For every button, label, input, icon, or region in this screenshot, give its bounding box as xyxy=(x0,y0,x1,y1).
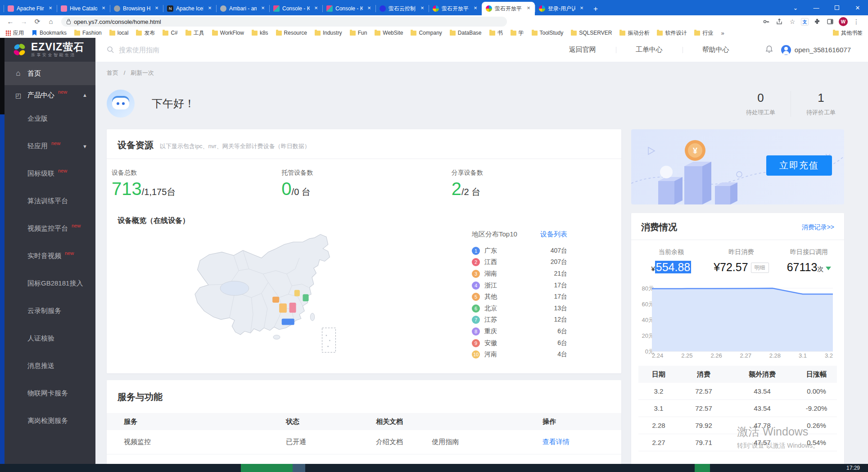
notification-bell-icon[interactable] xyxy=(765,45,773,55)
bookmark-item[interactable]: Resource xyxy=(276,29,307,37)
sidebar-item[interactable]: 离岗检测服务 xyxy=(5,407,95,435)
service-guide-link[interactable]: 使用指南 xyxy=(432,438,459,445)
share-icon[interactable] xyxy=(775,17,784,26)
device-list-link[interactable]: 设备列表 xyxy=(540,230,567,239)
bookmark-item[interactable]: local xyxy=(109,29,129,37)
tab-close-icon[interactable]: × xyxy=(206,5,213,12)
sidebar-item[interactable]: 消息推送 xyxy=(5,352,95,380)
tab-close-icon[interactable]: × xyxy=(312,5,320,12)
browser-tab[interactable]: 登录-用户认证中 × xyxy=(535,2,588,15)
browser-tab[interactable]: 萤石开放平台-开 × xyxy=(429,2,482,15)
sidebar-item[interactable]: 国标GB28181接入 xyxy=(5,270,95,297)
consumption-records-link[interactable]: 消费记录>> xyxy=(802,223,834,231)
bookmark-item[interactable]: SQLSERVER xyxy=(571,29,612,37)
browser-tab[interactable]: Console - Kiba × xyxy=(269,2,322,15)
breadcrumb-current[interactable]: 刷新一次 xyxy=(131,69,154,76)
row-extra: 43.54 xyxy=(728,387,796,395)
bookmark-item[interactable]: WebSite xyxy=(375,29,403,37)
bookmark-item[interactable]: ToolStudy xyxy=(532,29,564,37)
search-input[interactable] xyxy=(119,46,281,54)
sidebar-item[interactable]: 物联网卡服务 xyxy=(5,380,95,407)
forward-icon[interactable]: → xyxy=(18,16,30,27)
back-icon[interactable]: ← xyxy=(5,16,16,27)
bookmark-item[interactable]: DataBase xyxy=(450,29,482,37)
service-detail-link[interactable]: 查看详情 xyxy=(542,438,621,446)
bookmark-item[interactable]: Industry xyxy=(315,29,342,37)
window-minimize-button[interactable]: — xyxy=(806,5,827,11)
bookmark-folder-icon xyxy=(375,31,380,36)
browser-tab[interactable]: Browsing HDFS × xyxy=(110,2,163,15)
side-panel-icon[interactable] xyxy=(826,17,835,26)
header-link[interactable]: 帮助中心 xyxy=(683,45,749,54)
bookmark-item[interactable]: 振动分析 xyxy=(619,29,649,37)
browser-tab[interactable]: Apache Flink W × xyxy=(4,2,57,15)
tab-close-icon[interactable]: × xyxy=(366,5,373,12)
tab-close-icon[interactable]: × xyxy=(100,5,107,12)
window-close-button[interactable]: ✕ xyxy=(847,5,868,11)
bookmark-item[interactable]: 应用 xyxy=(5,29,24,37)
bookmark-item[interactable]: Bookmarks xyxy=(32,29,67,37)
translate-icon[interactable]: 文 xyxy=(801,18,809,26)
sidebar-item[interactable]: 国标级联 new xyxy=(5,160,95,187)
account-chip[interactable]: open_3581616077 xyxy=(781,45,851,55)
extensions-puzzle-icon[interactable] xyxy=(813,17,822,26)
browser-tab[interactable]: Hive Catalog | × xyxy=(57,2,110,15)
bookmark-item[interactable]: Fun xyxy=(350,29,367,37)
bookmark-item[interactable]: 行业 xyxy=(694,29,713,37)
workorder-stat[interactable]: 1 待评价工单 xyxy=(791,91,851,117)
bookmark-item[interactable]: 软件设计 xyxy=(657,29,687,37)
home-icon[interactable]: ⌂ xyxy=(45,16,57,27)
bookmark-item[interactable]: 工具 xyxy=(185,29,204,37)
menu-dots-icon[interactable]: ⋮ xyxy=(852,17,861,26)
url-bar[interactable]: open.ys7.com/console/home.html xyxy=(61,17,507,27)
tab-close-icon[interactable]: × xyxy=(578,5,585,12)
tab-close-icon[interactable]: × xyxy=(472,5,479,12)
bookmark-item[interactable]: C# xyxy=(163,29,177,37)
tab-close-icon[interactable]: × xyxy=(259,5,267,12)
sidebar-item[interactable]: 企业版 xyxy=(5,105,95,132)
browser-tab[interactable]: Console - Kiba × xyxy=(322,2,375,15)
new-tab-button[interactable]: + xyxy=(588,5,603,15)
sidebar-item[interactable]: 实时音视频 new xyxy=(5,242,95,270)
bookmark-item[interactable]: Company xyxy=(411,29,442,37)
bookmark-item[interactable]: Fashion xyxy=(74,29,102,37)
brand-logo[interactable]: EZVIZ萤石 乐享安全智能生活 xyxy=(5,38,95,62)
detail-button[interactable]: 明细 xyxy=(751,263,769,273)
tab-search-chevron-icon[interactable]: ⌄ xyxy=(785,5,806,11)
sidebar-item[interactable]: 首页 xyxy=(5,62,95,85)
reload-icon[interactable]: ⟳ xyxy=(32,16,43,27)
tab-region-top10[interactable]: 地区分布Top10 xyxy=(472,230,517,239)
bookmark-item[interactable]: WorkFlow xyxy=(212,29,244,37)
sidebar-item[interactable]: 产品中心 new ▲ xyxy=(5,85,95,105)
recharge-button[interactable]: 立即充值 xyxy=(766,155,832,176)
bookmark-item[interactable]: 发布 xyxy=(136,29,155,37)
profile-avatar[interactable]: W xyxy=(839,17,848,26)
window-maximize-button[interactable] xyxy=(827,5,847,11)
sidebar-item[interactable]: 轻应用 new ▼ xyxy=(5,132,95,160)
bookmark-star-icon[interactable]: ☆ xyxy=(788,17,797,26)
sidebar-item[interactable]: 云录制服务 xyxy=(5,297,95,325)
bookmark-item[interactable]: k8s xyxy=(252,29,268,37)
sidebar-item[interactable]: 算法训练平台 xyxy=(5,187,95,215)
bookmark-item[interactable]: 书 xyxy=(489,29,503,37)
tab-close-icon[interactable]: × xyxy=(525,5,532,12)
bookmarks-overflow-icon[interactable]: » xyxy=(721,30,724,36)
browser-tab[interactable]: 萤石开放平台-控 × xyxy=(482,2,535,15)
header-link[interactable]: 工单中心 xyxy=(616,45,683,54)
workorder-stat[interactable]: 0 待处理工单 xyxy=(731,91,791,117)
header-link[interactable]: 返回官网 xyxy=(549,45,616,54)
recharge-banner[interactable]: ¥ 立即充值 xyxy=(631,129,844,204)
service-doc-link[interactable]: 介绍文档 xyxy=(376,438,403,445)
sidebar-item[interactable]: 视频监控平台 new xyxy=(5,215,95,242)
tab-close-icon[interactable]: × xyxy=(47,5,54,12)
browser-tab[interactable]: Apache Iceberg × xyxy=(163,2,216,15)
other-bookmarks[interactable]: 其他书签 xyxy=(833,29,863,37)
tab-close-icon[interactable]: × xyxy=(419,5,426,12)
browser-tab[interactable]: 萤石云控制台_E × xyxy=(375,2,429,15)
sidebar-item[interactable]: 人证核验 xyxy=(5,325,95,352)
password-key-icon[interactable] xyxy=(762,17,771,26)
breadcrumb-home[interactable]: 首页 xyxy=(107,69,118,76)
browser-tab[interactable]: Ambari - amba × xyxy=(216,2,269,15)
bookmark-item[interactable]: 学 xyxy=(511,29,524,37)
tab-close-icon[interactable]: × xyxy=(153,5,160,12)
